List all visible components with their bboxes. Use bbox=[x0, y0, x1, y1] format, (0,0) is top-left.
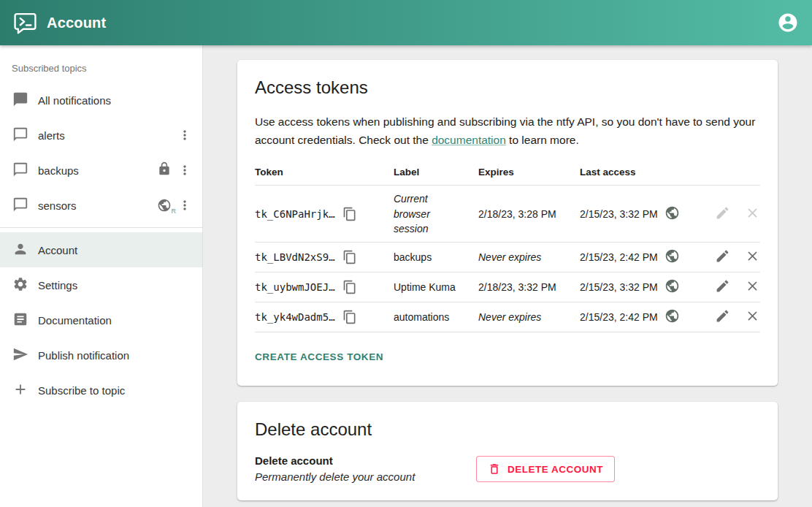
sidebar-item-label: Publish notification bbox=[38, 349, 129, 362]
topic-menu-icon[interactable] bbox=[177, 128, 192, 142]
sidebar-item-subscribe-to-topic[interactable]: Subscribe to topic bbox=[0, 373, 202, 408]
token-last-access: 2/15/23, 2:42 PM bbox=[580, 251, 658, 263]
column-header-token: Token bbox=[255, 159, 394, 186]
delete-account-row: Delete account Permanently delete your a… bbox=[255, 454, 760, 483]
delete-token-icon[interactable] bbox=[745, 248, 760, 264]
sidebar-item-label: Subscribe to topic bbox=[38, 384, 125, 397]
column-header-label: Label bbox=[394, 159, 478, 186]
token-expires: 2/18/23, 3:28 PM bbox=[478, 186, 580, 243]
sidebar: Subscribed topics All notifications aler… bbox=[0, 45, 203, 507]
plus-icon bbox=[12, 381, 30, 399]
documentation-link[interactable]: documentation bbox=[432, 134, 506, 146]
account-circle-icon[interactable] bbox=[777, 12, 799, 34]
token-value: tk_LBVdN2xS9… bbox=[255, 251, 335, 263]
table-row: tk_LBVdN2xS9… backups Never expires 2/15… bbox=[255, 243, 760, 272]
trash-icon bbox=[488, 462, 501, 476]
globe-icon bbox=[664, 278, 680, 296]
sidebar-item-settings[interactable]: Settings bbox=[0, 267, 202, 302]
sidebar-item-sensors[interactable]: sensors R bbox=[0, 188, 202, 223]
gear-icon bbox=[12, 276, 30, 294]
description-text: to learn more. bbox=[506, 134, 579, 146]
globe-icon bbox=[664, 308, 680, 326]
sidebar-item-label: Settings bbox=[38, 279, 77, 291]
sidebar-item-label: alerts bbox=[38, 129, 65, 142]
delete-account-description: Permanently delete your account bbox=[255, 470, 476, 483]
access-tokens-title: Access tokens bbox=[255, 77, 760, 98]
sidebar-divider bbox=[0, 227, 202, 228]
copy-token-icon[interactable] bbox=[342, 280, 357, 294]
sidebar-item-label: Documentation bbox=[38, 314, 112, 327]
edit-token-icon[interactable] bbox=[715, 308, 730, 324]
delete-account-label: Delete account bbox=[255, 454, 476, 467]
reserved-badge: R bbox=[172, 207, 177, 215]
sidebar-item-alerts[interactable]: alerts bbox=[0, 118, 202, 153]
article-icon bbox=[12, 311, 30, 329]
table-row: tk_yk4wDadm5… automations Never expires … bbox=[255, 302, 760, 332]
chat-bubble-filled-icon bbox=[12, 91, 30, 109]
table-row: tk_uybwmJOEJ… Uptime Kuma 2/18/23, 3:32 … bbox=[255, 272, 760, 302]
globe-icon bbox=[664, 248, 680, 266]
column-header-expires: Expires bbox=[478, 159, 580, 186]
create-access-token-button[interactable]: CREATE ACCESS TOKEN bbox=[255, 346, 383, 368]
table-row: tk_C6NPaHrjk… Current browser session 2/… bbox=[255, 186, 760, 243]
copy-token-icon[interactable] bbox=[342, 207, 357, 221]
sidebar-item-label: Account bbox=[38, 244, 77, 256]
chat-bubble-outline-icon bbox=[12, 197, 30, 214]
token-expires: 2/18/23, 3:32 PM bbox=[478, 272, 580, 302]
column-header-actions bbox=[694, 159, 760, 186]
sidebar-item-label: All notifications bbox=[38, 94, 111, 107]
token-last-access: 2/15/23, 2:42 PM bbox=[580, 311, 658, 323]
sidebar-item-label: sensors bbox=[38, 199, 77, 212]
token-expires: Never expires bbox=[478, 243, 580, 272]
page-title: Account bbox=[47, 15, 106, 31]
token-label: Uptime Kuma bbox=[394, 272, 478, 302]
delete-token-icon[interactable] bbox=[745, 278, 760, 294]
token-label: automations bbox=[394, 302, 478, 332]
edit-token-icon bbox=[715, 205, 730, 221]
edit-token-icon[interactable] bbox=[715, 278, 730, 294]
access-tokens-description: Use access tokens when publishing and su… bbox=[255, 113, 760, 149]
token-label: backups bbox=[394, 243, 478, 272]
topic-menu-icon[interactable] bbox=[177, 198, 192, 213]
copy-token-icon[interactable] bbox=[342, 310, 357, 324]
delete-token-icon[interactable] bbox=[745, 308, 760, 324]
token-last-access: 2/15/23, 3:32 PM bbox=[580, 281, 658, 293]
token-last-access: 2/15/23, 3:32 PM bbox=[580, 208, 658, 220]
delete-account-button[interactable]: DELETE ACCOUNT bbox=[476, 456, 615, 482]
chat-bubble-outline-icon bbox=[12, 126, 30, 144]
app-bar: Account bbox=[0, 0, 812, 45]
sidebar-item-publish-notification[interactable]: Publish notification bbox=[0, 338, 202, 373]
delete-account-card: Delete account Delete account Permanentl… bbox=[237, 402, 778, 500]
access-tokens-card: Access tokens Use access tokens when pub… bbox=[237, 60, 778, 386]
token-label: Current browser session bbox=[394, 186, 478, 243]
delete-token-icon bbox=[745, 205, 760, 221]
token-value: tk_yk4wDadm5… bbox=[255, 311, 335, 323]
token-expires: Never expires bbox=[478, 302, 580, 332]
sidebar-item-backups[interactable]: backups bbox=[0, 153, 202, 188]
sidebar-item-account[interactable]: Account bbox=[0, 232, 202, 267]
edit-token-icon[interactable] bbox=[715, 248, 730, 264]
send-icon bbox=[12, 346, 30, 364]
sidebar-item-documentation[interactable]: Documentation bbox=[0, 302, 202, 338]
person-icon bbox=[12, 241, 30, 259]
lock-icon bbox=[157, 161, 172, 179]
chat-bubble-outline-icon bbox=[12, 161, 30, 179]
token-value: tk_uybwmJOEJ… bbox=[255, 281, 335, 293]
ntfy-logo-icon bbox=[13, 11, 37, 35]
subscribed-topics-label: Subscribed topics bbox=[0, 53, 202, 83]
access-tokens-table: Token Label Expires Last access tk_C6NPa… bbox=[255, 159, 760, 332]
column-header-last-access: Last access bbox=[580, 159, 694, 186]
copy-token-icon[interactable] bbox=[342, 250, 357, 264]
token-value: tk_C6NPaHrjk… bbox=[255, 208, 335, 220]
reserved-globe-icon: R bbox=[157, 198, 172, 213]
sidebar-item-all-notifications[interactable]: All notifications bbox=[0, 83, 202, 118]
delete-account-title: Delete account bbox=[255, 419, 760, 440]
delete-account-text: Delete account Permanently delete your a… bbox=[255, 454, 476, 483]
table-header-row: Token Label Expires Last access bbox=[255, 159, 760, 186]
topic-menu-icon[interactable] bbox=[177, 163, 192, 178]
sidebar-item-label: backups bbox=[38, 164, 79, 177]
main-content: Access tokens Use access tokens when pub… bbox=[203, 45, 812, 507]
globe-icon bbox=[664, 205, 680, 223]
delete-account-button-label: DELETE ACCOUNT bbox=[508, 464, 603, 475]
